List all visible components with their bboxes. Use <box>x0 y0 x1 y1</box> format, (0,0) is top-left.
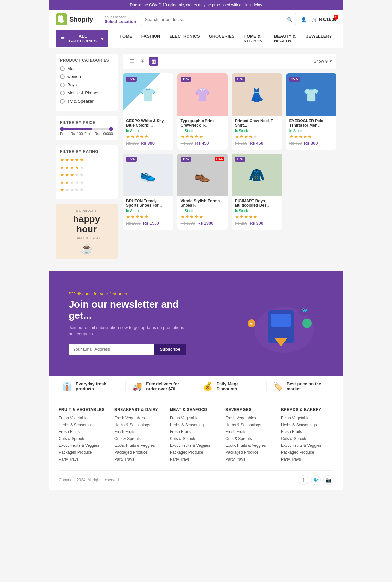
footer-link[interactable]: Herbs & Seasonings <box>114 423 167 427</box>
product-stock: In Stock <box>126 209 170 213</box>
footer-col-title: MEAT & SEAFOOD <box>170 407 222 412</box>
footer-link[interactable]: Fresh Vegetables <box>281 416 333 420</box>
feature-item-discounts: 💰 Daily Mega Discounts <box>196 381 267 391</box>
price-slider-thumb-min[interactable] <box>60 127 64 131</box>
location-box[interactable]: Your Location Select Location <box>100 15 136 24</box>
rating-row-5[interactable]: ★★★★★ <box>60 157 113 162</box>
nav-link-electronics[interactable]: ELECTRONICS <box>165 29 204 48</box>
footer-link[interactable]: Herbs & Seasonings <box>170 423 222 427</box>
show-count-select[interactable]: Show 9 ▾ <box>314 59 332 64</box>
footer-link[interactable]: Herbs & Seasonings <box>281 423 333 427</box>
star: ★ <box>253 214 257 219</box>
footer-link[interactable]: Party Trays <box>114 457 167 461</box>
price-slider[interactable] <box>60 128 113 130</box>
footer-link[interactable]: Herbs & Seasonings <box>59 423 111 427</box>
nav-link-home[interactable]: HOME <box>115 29 137 48</box>
newsletter-left: $20 discount for your first order Join o… <box>69 291 186 355</box>
radio-boys[interactable] <box>60 83 65 87</box>
star: ★ <box>135 134 139 139</box>
footer-link[interactable]: Fresh Vegetables <box>170 416 222 420</box>
star: ★ <box>181 134 185 139</box>
search-icon[interactable]: 🔍 <box>287 17 292 22</box>
twitter-button[interactable]: 🐦 <box>311 475 321 485</box>
footer-link[interactable]: Exotic Fruits & Veggies <box>170 443 222 448</box>
sidebar-item-tv[interactable]: TV & Speaker <box>60 99 113 104</box>
logo[interactable]: Shopify <box>56 13 93 25</box>
footer-link[interactable]: Packaged Produce <box>59 450 111 455</box>
rating-row-2[interactable]: ★★★★★ <box>60 180 113 185</box>
price-to: From: Rs: 100000 <box>84 132 113 136</box>
user-icon[interactable]: 👤 <box>301 17 306 22</box>
sidebar-item-women[interactable]: women <box>60 74 113 79</box>
newsletter-email-input[interactable] <box>69 344 154 355</box>
grid-view-2-icon[interactable]: ⊞ <box>139 57 147 66</box>
radio-men[interactable] <box>60 66 65 71</box>
footer-link[interactable]: Party Trays <box>59 457 111 461</box>
all-categories-button[interactable]: ☰ ALL CATEGORIES ▾ <box>56 30 108 47</box>
footer-link[interactable]: Fresh Fruits <box>59 429 111 434</box>
footer-link[interactable]: Exotic Fruits & Veggies <box>59 443 111 448</box>
star-empty: ★ <box>75 180 79 185</box>
location-label: Your Location <box>105 15 136 19</box>
footer-link[interactable]: Fresh Fruits <box>281 429 333 434</box>
nav-link-groceries[interactable]: GROCERIES <box>204 29 239 48</box>
sidebar-item-boys[interactable]: Boys <box>60 82 113 87</box>
footer-link[interactable]: Fresh Vegetables <box>225 416 278 420</box>
nav-link-home-kitchen[interactable]: HOME & KITCHEN <box>239 29 270 48</box>
footer-link[interactable]: Cuts & Sprouts <box>59 436 111 441</box>
product-card: 15% 👟 BRUTON Trendy Sports Shoes For... … <box>123 154 173 230</box>
footer-link[interactable]: Cuts & Sprouts <box>225 436 278 441</box>
footer-link[interactable]: Fresh Vegetables <box>59 416 111 420</box>
footer-link[interactable]: Party Trays <box>170 457 222 461</box>
footer-link[interactable]: Fresh Fruits <box>225 429 278 434</box>
footer-link[interactable]: Herbs & Seasonings <box>225 423 278 427</box>
sidebar-item-men[interactable]: Men <box>60 66 113 71</box>
newsletter-subscribe-button[interactable]: Subscribe <box>154 344 186 355</box>
footer-link[interactable]: Packaged Produce <box>170 450 222 455</box>
facebook-button[interactable]: f <box>299 475 308 485</box>
footer-link[interactable]: Fresh Fruits <box>114 429 167 434</box>
search-input[interactable] <box>145 17 287 22</box>
star: ★ <box>249 214 253 219</box>
footer-link[interactable]: Fresh Fruits <box>170 429 222 434</box>
rating-row-4[interactable]: ★★★★★ <box>60 165 113 170</box>
radio-mobile[interactable] <box>60 91 65 95</box>
footer-link[interactable]: Packaged Produce <box>225 450 278 455</box>
star: ★ <box>239 214 244 219</box>
nav-link-beauty[interactable]: BEAUTY & HEALTH <box>270 29 302 48</box>
star-empty: ★ <box>70 180 74 185</box>
nav-link-jewellery[interactable]: JEWELLERY <box>302 29 336 48</box>
footer-link[interactable]: Cuts & Sprouts <box>281 436 333 441</box>
product-name: Vitoria Stylish Formal Shoes F... <box>181 199 225 208</box>
chevron-down-icon: ▾ <box>101 36 103 41</box>
star-empty: ★ <box>80 172 84 177</box>
footer-link[interactable]: Exotic Fruits & Veggies <box>225 443 278 448</box>
footer-link[interactable]: Packaged Produce <box>114 450 167 455</box>
star: ★ <box>126 134 130 139</box>
rating-row-3[interactable]: ★★★★★ <box>60 172 113 177</box>
footer-link[interactable]: Party Trays <box>225 457 278 461</box>
price-slider-thumb-max[interactable] <box>109 127 113 131</box>
star: ★ <box>308 134 312 139</box>
footer-link[interactable]: Party Trays <box>281 457 333 461</box>
product-stars: ★★★★★ <box>126 214 170 219</box>
instagram-button[interactable]: 📷 <box>323 475 333 485</box>
radio-women[interactable] <box>60 74 65 79</box>
nav-link-fashion[interactable]: FASHION <box>137 29 165 48</box>
radio-tv[interactable] <box>60 99 65 104</box>
cart-button[interactable]: 🛒 Rs.1600 2 <box>312 17 336 22</box>
footer-link[interactable]: Cuts & Sprouts <box>170 436 222 441</box>
footer-link[interactable]: Exotic Fruits & Veggies <box>114 443 167 448</box>
star: ★ <box>190 134 194 139</box>
show-label: Show 9 <box>314 59 328 64</box>
star: ★ <box>140 214 144 219</box>
rating-row-1[interactable]: ★★★★★ <box>60 187 113 192</box>
footer-link[interactable]: Exotic Fruits & Veggies <box>281 443 333 448</box>
grid-view-3-icon[interactable]: ▦ <box>149 57 158 66</box>
footer-link[interactable]: Cuts & Sprouts <box>114 436 167 441</box>
footer-link[interactable]: Fresh Vegetables <box>114 416 167 420</box>
list-view-icon[interactable]: ☰ <box>127 57 136 66</box>
new-price: Rs 450 <box>195 141 209 146</box>
sidebar-item-mobile[interactable]: Mobile & Phones <box>60 90 113 95</box>
footer-link[interactable]: Packaged Produce <box>281 450 333 455</box>
